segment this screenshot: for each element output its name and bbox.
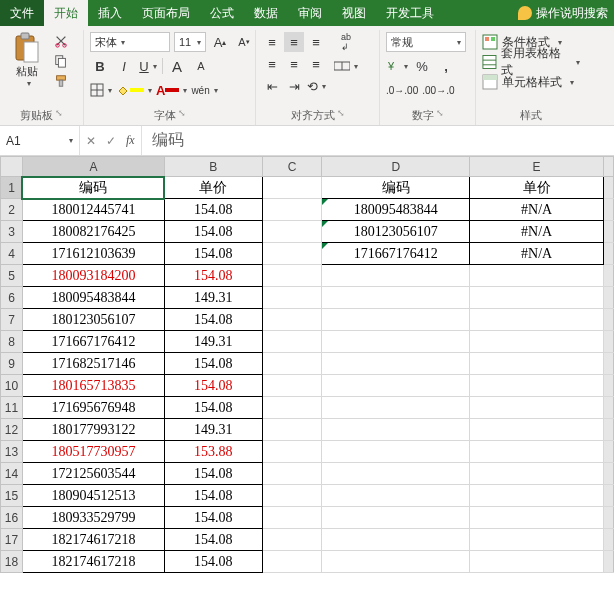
row-header[interactable]: 9 — [1, 353, 23, 375]
cell[interactable] — [262, 529, 322, 551]
cell[interactable] — [470, 463, 604, 485]
cell[interactable] — [470, 309, 604, 331]
cell[interactable] — [262, 551, 322, 573]
cell[interactable] — [262, 419, 322, 441]
confirm-formula-button[interactable]: ✓ — [106, 134, 116, 148]
orientation-button[interactable]: ⟲▾ — [306, 76, 326, 96]
col-header-e[interactable]: E — [470, 157, 604, 177]
cell[interactable]: 154.08 — [164, 199, 262, 221]
fx-button[interactable]: fx — [126, 133, 135, 148]
merge-center-button[interactable]: ▾ — [332, 56, 360, 76]
cell[interactable] — [262, 375, 322, 397]
cell[interactable]: 172125603544 — [22, 463, 164, 485]
cell[interactable]: 单价 — [164, 177, 262, 199]
cell[interactable]: 149.31 — [164, 419, 262, 441]
cell[interactable]: 180177993122 — [22, 419, 164, 441]
cell[interactable]: 182174617218 — [22, 551, 164, 573]
cell[interactable] — [470, 507, 604, 529]
tab-home[interactable]: 开始 — [44, 0, 88, 26]
tab-review[interactable]: 审阅 — [288, 0, 332, 26]
col-header-next[interactable] — [603, 157, 613, 177]
row-header[interactable]: 15 — [1, 485, 23, 507]
cell[interactable] — [470, 353, 604, 375]
font-grow-a[interactable]: A — [167, 56, 187, 76]
cell[interactable] — [322, 529, 470, 551]
col-header-c[interactable]: C — [262, 157, 322, 177]
cell[interactable] — [262, 507, 322, 529]
cell[interactable] — [470, 375, 604, 397]
font-name-dropdown[interactable]: 宋体▾ — [90, 32, 170, 52]
cell[interactable] — [470, 551, 604, 573]
cell[interactable]: 171667176412 — [22, 331, 164, 353]
cell[interactable]: 单价 — [470, 177, 604, 199]
cell[interactable] — [262, 177, 322, 199]
cell[interactable] — [322, 441, 470, 463]
row-header[interactable]: 7 — [1, 309, 23, 331]
align-bottom-button[interactable]: ≡ — [306, 32, 326, 52]
row-header[interactable]: 5 — [1, 265, 23, 287]
row-header[interactable]: 16 — [1, 507, 23, 529]
row-header[interactable]: 4 — [1, 243, 23, 265]
cell[interactable] — [470, 485, 604, 507]
cell[interactable]: 180095483844 — [22, 287, 164, 309]
row-header[interactable]: 2 — [1, 199, 23, 221]
cell[interactable] — [470, 419, 604, 441]
tell-me-search[interactable]: 操作说明搜索 — [512, 0, 614, 26]
tab-file[interactable]: 文件 — [0, 0, 44, 26]
row-header[interactable]: 12 — [1, 419, 23, 441]
cell[interactable] — [470, 529, 604, 551]
tab-view[interactable]: 视图 — [332, 0, 376, 26]
cell[interactable] — [322, 265, 470, 287]
cell[interactable] — [322, 375, 470, 397]
tab-insert[interactable]: 插入 — [88, 0, 132, 26]
cell[interactable]: 171667176412 — [322, 243, 470, 265]
increase-indent-button[interactable]: ⇥ — [284, 76, 304, 96]
cell[interactable] — [322, 463, 470, 485]
increase-font-button[interactable]: A▴ — [210, 32, 230, 52]
cell[interactable]: 180123056107 — [322, 221, 470, 243]
cell[interactable] — [262, 441, 322, 463]
cell[interactable] — [262, 199, 322, 221]
cell[interactable] — [262, 287, 322, 309]
cell[interactable]: 180165713835 — [22, 375, 164, 397]
col-header-a[interactable]: A — [22, 157, 164, 177]
cell[interactable]: 154.08 — [164, 551, 262, 573]
clipboard-launcher[interactable]: ⤡ — [55, 108, 63, 123]
cell[interactable] — [322, 485, 470, 507]
row-header[interactable]: 8 — [1, 331, 23, 353]
cell[interactable]: 182174617218 — [22, 529, 164, 551]
cell[interactable]: 171682517146 — [22, 353, 164, 375]
formula-input[interactable]: 编码 — [142, 130, 614, 151]
cell[interactable]: 149.31 — [164, 331, 262, 353]
format-painter-button[interactable] — [52, 72, 70, 90]
cell[interactable] — [262, 265, 322, 287]
row-header[interactable]: 13 — [1, 441, 23, 463]
accounting-format-button[interactable]: ¥▾ — [386, 56, 408, 76]
cell[interactable]: 180933529799 — [22, 507, 164, 529]
col-header-d[interactable]: D — [322, 157, 470, 177]
number-format-dropdown[interactable]: 常规▾ — [386, 32, 466, 52]
align-right-button[interactable]: ≡ — [306, 54, 326, 74]
cell[interactable]: 171612103639 — [22, 243, 164, 265]
cell[interactable]: 154.08 — [164, 265, 262, 287]
increase-decimal-button[interactable]: .0→.00 — [386, 80, 418, 100]
row-header[interactable]: 17 — [1, 529, 23, 551]
row-header[interactable]: 6 — [1, 287, 23, 309]
cell[interactable]: 154.08 — [164, 309, 262, 331]
cell[interactable]: #N/A — [470, 243, 604, 265]
cell[interactable] — [262, 463, 322, 485]
cell[interactable]: 180517730957 — [22, 441, 164, 463]
copy-button[interactable] — [52, 52, 70, 70]
name-box[interactable]: A1▾ — [0, 126, 80, 155]
cell[interactable]: #N/A — [470, 199, 604, 221]
cell[interactable]: 180904512513 — [22, 485, 164, 507]
align-launcher[interactable]: ⤡ — [337, 108, 345, 123]
cell[interactable] — [262, 353, 322, 375]
row-header[interactable]: 1 — [1, 177, 23, 199]
font-shrink-a[interactable]: A — [191, 56, 211, 76]
tab-data[interactable]: 数据 — [244, 0, 288, 26]
tab-developer[interactable]: 开发工具 — [376, 0, 444, 26]
phonetic-button[interactable]: wén▾ — [191, 80, 217, 100]
cancel-formula-button[interactable]: ✕ — [86, 134, 96, 148]
number-launcher[interactable]: ⤡ — [436, 108, 444, 123]
